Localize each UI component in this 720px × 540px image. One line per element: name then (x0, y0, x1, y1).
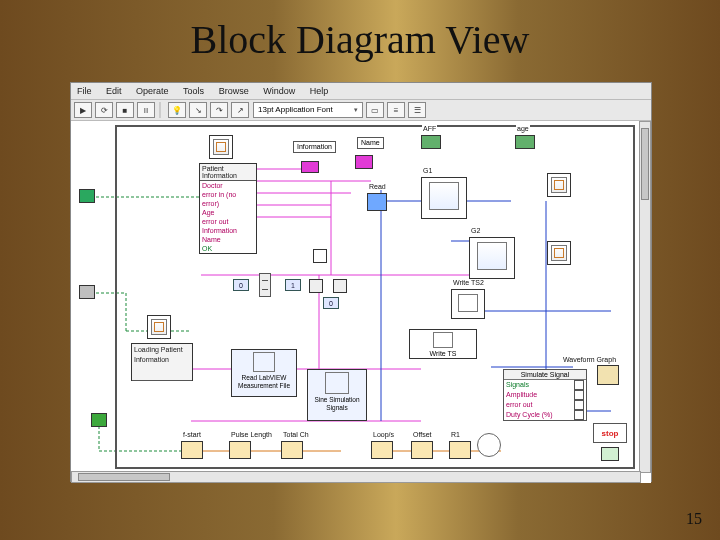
const-below[interactable]: 0 (323, 297, 339, 309)
font-selector[interactable]: 13pt Application Font ▾ (253, 102, 363, 118)
distribute-button[interactable]: ≡ (387, 102, 405, 118)
highlight-exec-button[interactable]: 💡 (168, 102, 186, 118)
index-node[interactable] (309, 279, 323, 293)
labview-window: File Edit Operate Tools Browse Window He… (70, 82, 652, 482)
vi-icon (433, 332, 453, 348)
scrollbar-thumb[interactable] (78, 473, 170, 481)
build-array[interactable] (259, 273, 271, 297)
offset-control[interactable]: Offset (411, 441, 433, 459)
bool-control[interactable] (91, 413, 107, 427)
loop-delay-control[interactable]: Loop/s (371, 441, 393, 459)
pulse-length-control[interactable]: Pulse Length (229, 441, 251, 459)
aff-indicator[interactable]: AFF (421, 135, 441, 149)
graph-g1[interactable]: G1 (421, 177, 467, 219)
scrollbar-thumb[interactable] (641, 128, 649, 200)
merge-icon[interactable] (313, 249, 327, 263)
graph-icon (477, 242, 507, 270)
menu-help[interactable]: Help (304, 83, 335, 99)
loading-cluster[interactable]: Loading Patient Information (131, 343, 193, 381)
run-button[interactable]: ▶ (74, 102, 92, 118)
step-out-button[interactable]: ↗ (231, 102, 249, 118)
write-ts2[interactable]: Write TS2 (451, 289, 485, 319)
total-ch-control[interactable]: Total Ch (281, 441, 303, 459)
r1-control[interactable]: R1 (449, 441, 471, 459)
graph-icon (551, 245, 567, 261)
align-button[interactable]: ▭ (366, 102, 384, 118)
pause-button[interactable]: II (137, 102, 155, 118)
indicator-top[interactable] (547, 173, 571, 197)
menubar: File Edit Operate Tools Browse Window He… (71, 83, 651, 100)
slide: Block Diagram View File Edit Operate Too… (0, 0, 720, 540)
menu-file[interactable]: File (71, 83, 98, 99)
indicator-mid[interactable] (547, 241, 571, 265)
menu-browse[interactable]: Browse (213, 83, 255, 99)
patient-subvi[interactable] (209, 135, 233, 159)
const-zero[interactable]: 0 (233, 279, 249, 291)
menu-operate[interactable]: Operate (130, 83, 175, 99)
loading-subvi[interactable] (147, 315, 171, 339)
const-one[interactable]: 1 (285, 279, 301, 291)
patient-cluster-header: Patient Information (200, 164, 256, 181)
graph-icon (551, 177, 567, 193)
horizontal-scrollbar[interactable] (71, 471, 641, 483)
add-node[interactable] (333, 279, 347, 293)
stop-terminal[interactable] (601, 447, 619, 461)
write-ts[interactable]: Write TS (409, 329, 477, 359)
read-meas-file[interactable]: Read LabVIEW Measurement File (231, 349, 297, 397)
menu-edit[interactable]: Edit (100, 83, 128, 99)
waveform-graph[interactable]: Waveform Graph (597, 365, 619, 385)
step-over-button[interactable]: ↷ (210, 102, 228, 118)
cluster-terminal[interactable] (301, 161, 319, 173)
slide-number: 15 (686, 510, 702, 528)
ref-control[interactable] (79, 285, 95, 299)
chevron-down-icon: ▾ (354, 103, 358, 117)
loading-cluster-label: Loading Patient Information (132, 344, 192, 381)
information-tab[interactable]: Information (293, 141, 336, 153)
session-control[interactable] (79, 189, 95, 203)
vi-icon (253, 352, 275, 372)
menu-window[interactable]: Window (257, 83, 301, 99)
block-diagram[interactable]: Patient Information Doctor error in (no … (71, 121, 651, 483)
simulate-signal-cluster[interactable]: Simulate Signal Signals Amplitude error … (503, 369, 587, 421)
age-indicator[interactable]: age (515, 135, 535, 149)
slide-title: Block Diagram View (0, 16, 720, 63)
graph-g2[interactable]: G2 (469, 237, 515, 279)
vi-icon (325, 372, 349, 394)
read-node[interactable]: Read (367, 193, 387, 211)
reorder-button[interactable]: ☰ (408, 102, 426, 118)
abort-button[interactable]: ■ (116, 102, 134, 118)
fstart-control[interactable]: f-start (181, 441, 203, 459)
toolbar-sep (159, 102, 161, 118)
vi-icon (151, 319, 167, 335)
name-terminal[interactable] (355, 155, 373, 169)
loop-iteration-icon (477, 433, 501, 457)
graph-icon (429, 182, 459, 210)
patient-cluster[interactable]: Patient Information Doctor error in (no … (199, 163, 257, 254)
vertical-scrollbar[interactable] (639, 121, 651, 473)
sine-sim-signal[interactable]: Sine Simulation Signals (307, 369, 367, 421)
run-cont-button[interactable]: ⟳ (95, 102, 113, 118)
name-indicator[interactable]: Name (357, 137, 384, 149)
vi-icon (213, 139, 229, 155)
toolbar: ▶ ⟳ ■ II 💡 ↘ ↷ ↗ 13pt Application Font ▾… (71, 100, 651, 121)
stop-button[interactable]: stop (593, 423, 627, 443)
font-selector-label: 13pt Application Font (258, 103, 333, 117)
menu-tools[interactable]: Tools (177, 83, 210, 99)
vi-icon (458, 294, 478, 312)
step-in-button[interactable]: ↘ (189, 102, 207, 118)
